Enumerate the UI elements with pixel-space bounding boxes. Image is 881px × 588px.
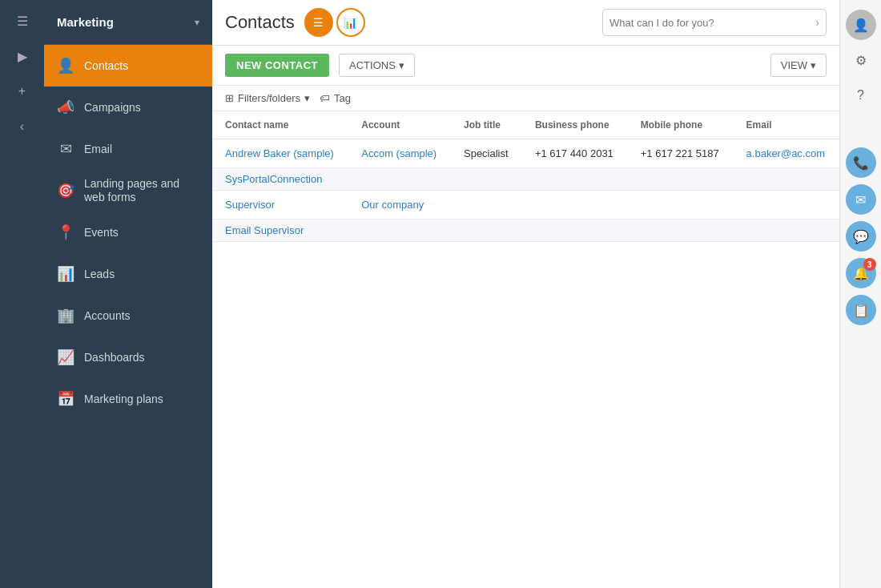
contact-name-cell-link[interactable]: Andrew Baker (sample) (225, 147, 334, 159)
view-chevron-icon: ▾ (811, 59, 816, 71)
avatar[interactable]: 👤 (846, 10, 876, 40)
sidebar-item-events[interactable]: 📍 Events (44, 211, 212, 253)
filters-label: Filters/folders (238, 92, 300, 104)
col-email[interactable]: Email (734, 111, 839, 139)
account-cell[interactable]: Accom (sample) (348, 139, 451, 168)
sidebar-item-marketing-plans[interactable]: 📅 Marketing plans (44, 378, 212, 420)
sidebar-item-campaigns[interactable]: 📣 Campaigns (44, 87, 212, 128)
sidebar-header[interactable]: Marketing ▾ (44, 0, 212, 45)
filter-chevron-icon: ▾ (304, 92, 310, 104)
main-content: Contacts ☰ 📊 › NEW CONTACT ACTIONS ▾ VIE… (212, 0, 839, 588)
nav-label-email: Email (84, 143, 199, 156)
left-toolbar: ☰ ▶ + ‹ (0, 0, 44, 588)
nav-label-contacts: Contacts (84, 59, 199, 73)
sidebar-nav: 👤 Contacts 📣 Campaigns ✉ Email 🎯 Landing… (44, 45, 212, 588)
add-icon[interactable]: + (8, 77, 37, 106)
sidebar-item-landing-pages[interactable]: 🎯 Landing pages and web forms (44, 170, 212, 211)
nav-icon-dashboards: 📈 (57, 348, 74, 366)
help-icon[interactable]: ? (846, 80, 876, 111)
nav-label-dashboards: Dashboards (84, 351, 199, 364)
notification-badge: 3 (863, 258, 876, 271)
contact-name-cell[interactable]: Supervisor (212, 191, 348, 219)
email-cell[interactable]: a.baker@ac.com (734, 139, 839, 168)
notification-fab[interactable]: 🔔 3 (846, 258, 876, 288)
nav-icon-email: ✉ (57, 140, 74, 158)
nav-label-marketing-plans: Marketing plans (84, 393, 199, 406)
sidebar-item-email[interactable]: ✉ Email (44, 128, 212, 170)
view-label: VIEW (781, 59, 807, 71)
table-group-row: SysPortalConnection (212, 168, 839, 191)
gear-icon[interactable]: ⚙ (846, 45, 876, 75)
nav-icon-contacts: 👤 (57, 57, 74, 75)
actions-button[interactable]: ACTIONS ▾ (339, 54, 415, 77)
menu-icon[interactable]: ☰ (8, 6, 37, 35)
contact-name-cell[interactable]: Andrew Baker (sample) (212, 139, 348, 168)
sidebar-item-leads[interactable]: 📊 Leads (44, 253, 212, 295)
business-phone-cell (522, 191, 628, 219)
account-cell[interactable]: Our company (348, 191, 451, 219)
account-cell-link[interactable]: Our company (361, 199, 424, 211)
tag-label: Tag (334, 92, 351, 104)
col-job-title[interactable]: Job title (451, 111, 522, 139)
nav-label-accounts: Accounts (84, 309, 199, 323)
back-icon[interactable]: ‹ (8, 112, 37, 141)
search-submit-icon[interactable]: › (812, 16, 819, 29)
nav-icon-campaigns: 📣 (57, 99, 74, 116)
chat-fab[interactable]: 💬 (846, 221, 876, 252)
fab-group: 📞 ✉ 💬 🔔 3 📋 (846, 147, 876, 325)
search-box: › (602, 9, 827, 36)
mobile-phone-cell: +1 617 221 5187 (628, 139, 734, 168)
action-bar: NEW CONTACT ACTIONS ▾ VIEW ▾ (212, 46, 839, 86)
nav-icon-events: 📍 (57, 224, 74, 241)
filter-bar: ⊞ Filters/folders ▾ 🏷 Tag (212, 86, 839, 111)
contacts-table: Contact name Account Job title Business … (212, 111, 839, 242)
sidebar-item-accounts[interactable]: 🏢 Accounts (44, 295, 212, 336)
page-title: Contacts (225, 12, 295, 33)
sidebar-item-contacts[interactable]: 👤 Contacts (44, 45, 212, 87)
list-view-button[interactable]: ☰ (304, 8, 333, 37)
nav-label-events: Events (84, 226, 199, 240)
col-mobile-phone[interactable]: Mobile phone (628, 111, 734, 139)
group-name-link[interactable]: SysPortalConnection (225, 173, 322, 185)
nav-label-campaigns: Campaigns (84, 101, 199, 115)
group-name-link[interactable]: Email Supervisor (225, 224, 304, 236)
mobile-phone-cell (628, 191, 734, 219)
sidebar-title: Marketing (57, 15, 114, 29)
tag-button[interactable]: 🏷 Tag (320, 92, 351, 104)
job-title-cell: Specialist (451, 139, 522, 168)
email-cell-link[interactable]: a.baker@ac.com (746, 147, 825, 159)
business-phone-cell: +1 617 440 2031 (522, 139, 628, 168)
table-row: Andrew Baker (sample)Accom (sample)Speci… (212, 139, 839, 168)
col-account[interactable]: Account (348, 111, 451, 139)
job-title-cell (451, 191, 522, 219)
email-cell (734, 191, 839, 219)
nav-icon-leads: 📊 (57, 265, 74, 283)
actions-label: ACTIONS (349, 59, 396, 71)
right-panel: 👤 ⚙ ? 📞 ✉ 💬 🔔 3 📋 (839, 0, 881, 588)
search-input[interactable] (609, 17, 812, 29)
view-button[interactable]: VIEW ▾ (770, 54, 827, 77)
play-icon[interactable]: ▶ (8, 42, 37, 70)
sidebar-item-dashboards[interactable]: 📈 Dashboards (44, 336, 212, 378)
table-group-row: Email Supervisor (212, 219, 839, 242)
col-contact-name[interactable]: Contact name (212, 111, 348, 139)
top-bar: Contacts ☰ 📊 › (212, 0, 839, 46)
contact-name-cell-link[interactable]: Supervisor (225, 199, 275, 211)
filters-folders-button[interactable]: ⊞ Filters/folders ▾ (225, 92, 310, 104)
new-contact-button[interactable]: NEW CONTACT (225, 54, 329, 77)
col-business-phone[interactable]: Business phone (522, 111, 628, 139)
chart-view-button[interactable]: 📊 (336, 8, 365, 37)
nav-icon-accounts: 🏢 (57, 307, 74, 324)
tag-icon: 🏷 (320, 92, 330, 104)
email-fab[interactable]: ✉ (846, 184, 876, 215)
chevron-down-icon: ▾ (195, 17, 199, 28)
account-cell-link[interactable]: Accom (sample) (361, 147, 436, 159)
phone-fab[interactable]: 📞 (846, 147, 876, 178)
sidebar: Marketing ▾ 👤 Contacts 📣 Campaigns ✉ Ema… (44, 0, 212, 588)
contacts-table-container: Contact name Account Job title Business … (212, 111, 839, 588)
note-fab[interactable]: 📋 (846, 295, 876, 325)
table-body: Andrew Baker (sample)Accom (sample)Speci… (212, 139, 839, 242)
filter-icon: ⊞ (225, 92, 234, 104)
nav-icon-marketing-plans: 📅 (57, 390, 74, 408)
nav-icon-landing-pages: 🎯 (57, 182, 74, 199)
